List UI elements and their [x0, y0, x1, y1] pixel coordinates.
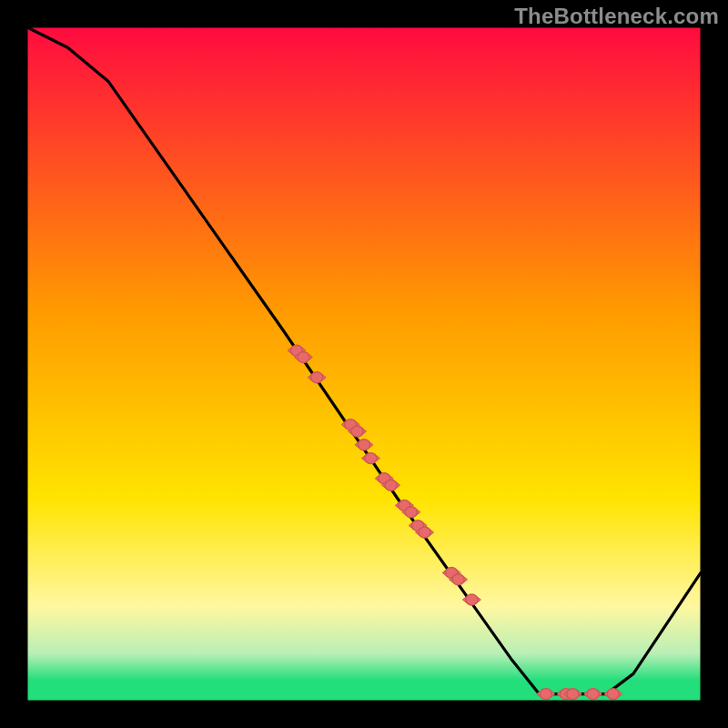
svg-point-4	[298, 352, 309, 363]
svg-point-13	[405, 507, 417, 518]
svg-point-7	[351, 426, 363, 437]
svg-point-19	[540, 689, 551, 700]
watermark-label: TheBottleneck.com	[514, 4, 719, 29]
svg-point-11	[385, 480, 397, 490]
svg-point-21	[567, 689, 579, 700]
svg-rect-1	[27, 27, 701, 701]
svg-point-5	[311, 372, 323, 383]
svg-point-9	[365, 453, 377, 464]
svg-point-23	[607, 689, 619, 700]
bottleneck-plot	[0, 0, 728, 728]
svg-point-22	[587, 689, 599, 700]
svg-point-8	[359, 440, 370, 450]
chart-stage: TheBottleneck.com	[0, 0, 728, 728]
svg-point-18	[466, 594, 478, 605]
svg-point-15	[419, 527, 430, 538]
svg-point-17	[452, 574, 464, 585]
